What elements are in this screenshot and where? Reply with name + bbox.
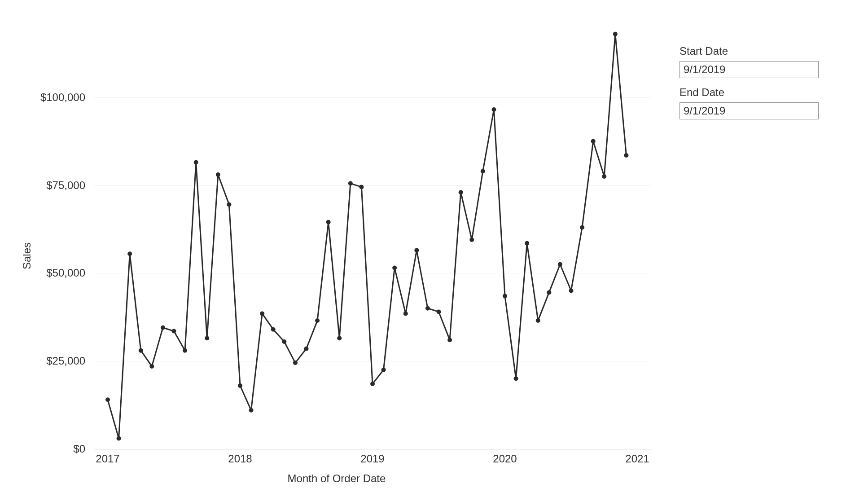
data-point[interactable]	[469, 238, 474, 242]
sales-line	[108, 34, 626, 439]
data-point[interactable]	[282, 339, 286, 344]
data-point[interactable]	[172, 329, 176, 334]
data-point[interactable]	[139, 348, 143, 353]
data-point[interactable]	[227, 202, 231, 207]
x-axis-title: Month of Order Date	[288, 472, 386, 485]
data-point[interactable]	[271, 327, 276, 332]
data-point[interactable]	[459, 190, 463, 194]
data-point[interactable]	[359, 185, 364, 189]
app-root: Sales Month of Order Date $0$25,000$50,0…	[0, 0, 868, 497]
x-axis-line	[94, 449, 651, 449]
x-tick-label: 2017	[96, 453, 119, 465]
data-point[interactable]	[337, 336, 342, 340]
data-point[interactable]	[238, 383, 242, 388]
data-point[interactable]	[580, 225, 584, 230]
y-tick-label: $50,000	[13, 267, 85, 279]
data-point[interactable]	[491, 107, 496, 112]
data-point[interactable]	[503, 294, 507, 298]
chart-area: Sales Month of Order Date $0$25,000$50,0…	[13, 27, 660, 485]
data-point[interactable]	[613, 32, 618, 36]
data-point[interactable]	[249, 408, 254, 413]
data-point[interactable]	[348, 181, 353, 186]
data-point[interactable]	[183, 348, 187, 353]
data-point[interactable]	[205, 336, 209, 340]
data-point[interactable]	[127, 251, 132, 256]
data-point[interactable]	[425, 306, 430, 311]
data-point[interactable]	[293, 361, 298, 365]
data-point[interactable]	[569, 289, 574, 293]
data-point[interactable]	[117, 436, 121, 441]
data-point[interactable]	[105, 397, 110, 402]
data-point[interactable]	[558, 262, 562, 267]
data-point[interactable]	[315, 318, 320, 323]
end-date-input[interactable]	[679, 102, 819, 119]
controls-panel: Start Date End Date	[679, 45, 819, 128]
end-date-group: End Date	[679, 86, 819, 119]
data-point[interactable]	[392, 266, 397, 270]
data-point[interactable]	[304, 347, 309, 351]
y-tick-label: $0	[13, 443, 85, 455]
data-point[interactable]	[525, 241, 529, 246]
data-point[interactable]	[194, 160, 198, 165]
data-point[interactable]	[414, 248, 419, 252]
data-point[interactable]	[481, 169, 485, 173]
data-point[interactable]	[370, 382, 375, 386]
data-point[interactable]	[514, 376, 518, 381]
y-tick-label: $25,000	[13, 355, 85, 367]
y-tick-label: $75,000	[13, 179, 85, 192]
data-point[interactable]	[624, 153, 628, 158]
data-point[interactable]	[547, 290, 551, 295]
data-point[interactable]	[260, 311, 264, 316]
data-point[interactable]	[326, 220, 331, 224]
data-point[interactable]	[602, 174, 606, 179]
data-point[interactable]	[447, 338, 452, 342]
data-point[interactable]	[403, 311, 408, 316]
data-point[interactable]	[591, 139, 596, 144]
data-point[interactable]	[149, 364, 154, 369]
start-date-group: Start Date	[679, 45, 819, 78]
end-date-label: End Date	[679, 86, 819, 99]
line-chart-svg	[94, 27, 651, 449]
data-point[interactable]	[536, 318, 540, 323]
data-point[interactable]	[381, 368, 386, 372]
x-tick-label: 2020	[493, 453, 517, 465]
plot	[94, 27, 651, 449]
x-tick-label: 2019	[360, 453, 384, 465]
data-point[interactable]	[161, 325, 165, 330]
y-tick-label: $100,000	[13, 91, 85, 104]
x-tick-label: 2018	[228, 453, 252, 465]
start-date-label: Start Date	[679, 45, 819, 57]
start-date-input[interactable]	[679, 61, 819, 78]
data-point[interactable]	[216, 172, 220, 177]
x-tick-label: 2021	[625, 453, 649, 465]
data-point[interactable]	[437, 310, 441, 314]
y-axis-title: Sales	[21, 242, 33, 269]
